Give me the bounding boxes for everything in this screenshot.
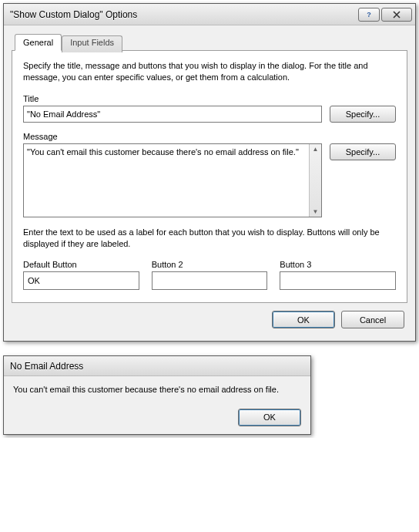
title-input[interactable] — [23, 106, 322, 123]
tab-general[interactable]: General — [15, 34, 62, 51]
result-titlebar: No Email Address — [4, 356, 310, 376]
tab-strip: General Input Fields — [12, 34, 407, 51]
window-title: "Show Custom Dialog" Options — [10, 9, 358, 20]
scroll-down-icon: ▼ — [313, 208, 319, 215]
button-help-text: Enter the text to be used as a label for… — [23, 227, 396, 250]
ok-button[interactable]: OK — [272, 311, 335, 328]
help-button[interactable]: ? — [358, 8, 380, 22]
result-title: No Email Address — [10, 361, 307, 372]
result-message: You can't email this customer because th… — [13, 384, 301, 396]
tab-panel-general: Specify the title, message and buttons t… — [12, 50, 407, 303]
tab-input-fields[interactable]: Input Fields — [62, 35, 122, 52]
scroll-up-icon: ▲ — [313, 146, 319, 153]
result-dialog: No Email Address You can't email this cu… — [3, 355, 311, 434]
help-icon: ? — [365, 11, 373, 19]
titlebar-buttons: ? — [358, 8, 412, 22]
message-scrollbar[interactable]: ▲ ▼ — [309, 144, 321, 217]
options-window: "Show Custom Dialog" Options ? General I… — [3, 3, 416, 342]
message-specify-button[interactable]: Specify... — [330, 143, 396, 160]
close-button[interactable] — [381, 8, 412, 22]
result-ok-button[interactable]: OK — [238, 409, 301, 426]
button3-label: Button 3 — [280, 260, 396, 269]
button-labels-row: Default Button Button 2 Button 3 — [23, 260, 396, 290]
message-textarea[interactable] — [24, 144, 309, 217]
message-input-wrap: ▲ ▼ — [23, 143, 322, 217]
button3-input[interactable] — [280, 271, 396, 290]
close-icon — [392, 11, 401, 19]
title-specify-button[interactable]: Specify... — [330, 106, 396, 123]
footer-buttons: OK Cancel — [12, 303, 407, 333]
default-button-label: Default Button — [23, 260, 139, 269]
title-label: Title — [23, 94, 396, 103]
button2-input[interactable] — [152, 271, 268, 290]
svg-text:?: ? — [367, 11, 371, 19]
button2-label: Button 2 — [152, 260, 268, 269]
message-label: Message — [23, 132, 396, 141]
panel-description: Specify the title, message and buttons t… — [23, 60, 396, 83]
titlebar: "Show Custom Dialog" Options ? — [4, 4, 415, 25]
default-button-input[interactable] — [23, 271, 139, 290]
client-area: General Input Fields Specify the title, … — [4, 25, 415, 341]
cancel-button[interactable]: Cancel — [341, 311, 404, 328]
